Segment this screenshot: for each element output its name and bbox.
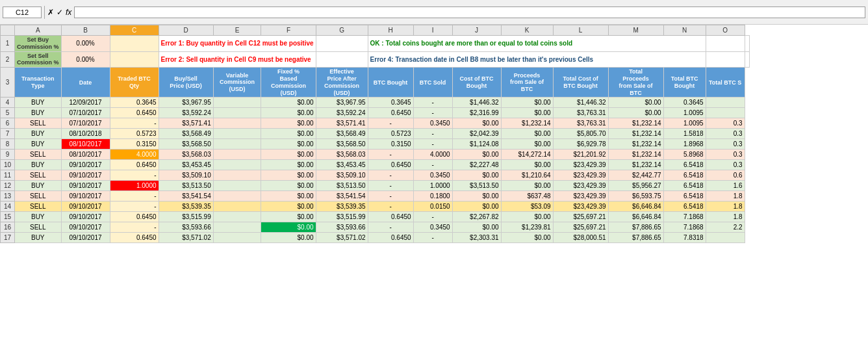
cell-15g[interactable]: $3,515.99 xyxy=(316,212,368,222)
cell-4n[interactable]: 0.3645 xyxy=(663,98,706,108)
cell-9i[interactable]: 4.0000 xyxy=(413,150,452,160)
cell-5b[interactable]: 07/10/2017 xyxy=(61,108,110,118)
cell-14k[interactable]: $53.09 xyxy=(501,202,553,212)
cell-11i[interactable]: 0.3450 xyxy=(413,170,452,181)
cell-6i[interactable]: 0.3450 xyxy=(413,118,452,129)
cell-12l[interactable]: $23,429.39 xyxy=(553,181,608,191)
cell-10n[interactable]: 6.5418 xyxy=(663,160,706,170)
cell-12h[interactable]: - xyxy=(368,181,413,191)
cell-5a[interactable]: BUY xyxy=(15,108,62,118)
cell-14e[interactable] xyxy=(213,202,261,212)
cell-9k[interactable]: $14,272.14 xyxy=(501,150,553,160)
cell-10l[interactable]: $23,429.39 xyxy=(553,160,608,170)
cell-7i[interactable]: - xyxy=(413,129,452,139)
cell-7b[interactable]: 08/10/2018 xyxy=(61,129,110,139)
cell-10o[interactable]: 0.3 xyxy=(706,160,745,170)
cell-7m[interactable]: $1,232.14 xyxy=(608,129,663,139)
cell-13n[interactable]: 6.5418 xyxy=(663,191,706,202)
cell-17g[interactable]: $3,571.02 xyxy=(316,233,368,243)
cell-11k[interactable]: $1,210.64 xyxy=(501,170,553,181)
cell-4a[interactable]: BUY xyxy=(15,98,62,108)
cell-14l[interactable]: $23,429.39 xyxy=(553,202,608,212)
cell-4j[interactable]: $1,446.32 xyxy=(452,98,501,108)
cell-13a[interactable]: SELL xyxy=(15,191,62,202)
cell-4d[interactable]: $3,967.95 xyxy=(159,98,213,108)
cell-17h[interactable]: 0.6450 xyxy=(368,233,413,243)
cell-16c[interactable]: - xyxy=(110,222,159,233)
cell-6g[interactable]: $3,571.41 xyxy=(316,118,368,129)
cell-4l[interactable]: $1,446.32 xyxy=(553,98,608,108)
cell-17j[interactable]: $2,303.31 xyxy=(452,233,501,243)
cell-5d[interactable]: $3,592.24 xyxy=(159,108,213,118)
cell-13h[interactable]: - xyxy=(368,191,413,202)
col-header-a[interactable]: A xyxy=(15,25,62,36)
cell-15j[interactable]: $2,267.82 xyxy=(452,212,501,222)
cell-17m[interactable]: $7,886.65 xyxy=(608,233,663,243)
cell-15d[interactable]: $3,515.99 xyxy=(159,212,213,222)
cell-5k[interactable]: $0.00 xyxy=(501,108,553,118)
cell-17k[interactable]: $0.00 xyxy=(501,233,553,243)
cell-5n[interactable]: 1.0095 xyxy=(663,108,706,118)
cell-12m[interactable]: $5,956.27 xyxy=(608,181,663,191)
cell-4o[interactable] xyxy=(706,98,745,108)
cell-5i[interactable]: - xyxy=(413,108,452,118)
cell-7h[interactable]: 0.5723 xyxy=(368,129,413,139)
cell-10c[interactable]: 0.6450 xyxy=(110,160,159,170)
cell-8h[interactable]: 0.3150 xyxy=(368,139,413,150)
cell-13m[interactable]: $6,593.75 xyxy=(608,191,663,202)
cell-8g[interactable]: $3,568.50 xyxy=(316,139,368,150)
cell-12a[interactable]: BUY xyxy=(15,181,62,191)
cell-7k[interactable]: $0.00 xyxy=(501,129,553,139)
cell-6n[interactable]: 1.0095 xyxy=(663,118,706,129)
cell-13c[interactable]: - xyxy=(110,191,159,202)
name-box[interactable] xyxy=(3,7,42,18)
cell-5l[interactable]: $3,763.31 xyxy=(553,108,608,118)
col-header-h[interactable]: H xyxy=(368,25,413,36)
cell-10m[interactable]: $1,232.14 xyxy=(608,160,663,170)
cell-15f[interactable]: $0.00 xyxy=(261,212,316,222)
cell-6a[interactable]: SELL xyxy=(15,118,62,129)
col-header-f[interactable]: F xyxy=(261,25,316,36)
col-header-d[interactable]: D xyxy=(159,25,213,36)
cell-17n[interactable]: 7.8318 xyxy=(663,233,706,243)
cell-7d[interactable]: $3,568.49 xyxy=(159,129,213,139)
cell-5c[interactable]: 0.6450 xyxy=(110,108,159,118)
cell-13g[interactable]: $3,541.54 xyxy=(316,191,368,202)
cell-8l[interactable]: $6,929.78 xyxy=(553,139,608,150)
cell-12b[interactable]: 09/10/2017 xyxy=(61,181,110,191)
cell-7j[interactable]: $2,042.39 xyxy=(452,129,501,139)
cell-12d[interactable]: $3,513.50 xyxy=(159,181,213,191)
cell-6h[interactable]: - xyxy=(368,118,413,129)
cell-14d[interactable]: $3,539.35 xyxy=(159,202,213,212)
cell-4i[interactable]: - xyxy=(413,98,452,108)
cell-11j[interactable]: $0.00 xyxy=(452,170,501,181)
cell-11h[interactable]: - xyxy=(368,170,413,181)
cell-9b[interactable]: 08/10/2017 xyxy=(61,150,110,160)
cell-9f[interactable]: $0.00 xyxy=(261,150,316,160)
cell-11b[interactable]: 09/10/2017 xyxy=(61,170,110,181)
cell-11e[interactable] xyxy=(213,170,261,181)
cell-7o[interactable]: 0.3 xyxy=(706,129,745,139)
cell-13j[interactable]: $0.00 xyxy=(452,191,501,202)
formula-input[interactable] xyxy=(74,7,865,18)
cell-9d[interactable]: $3,568.03 xyxy=(159,150,213,160)
cell-14g[interactable]: $3,539.35 xyxy=(316,202,368,212)
cell-17d[interactable]: $3,571.02 xyxy=(159,233,213,243)
cell-13f[interactable]: $0.00 xyxy=(261,191,316,202)
cell-12o[interactable]: 1.6 xyxy=(706,181,745,191)
col-header-e[interactable]: E xyxy=(213,25,261,36)
col-header-l[interactable]: L xyxy=(553,25,608,36)
col-header-m[interactable]: M xyxy=(608,25,663,36)
cell-11m[interactable]: $2,442.77 xyxy=(608,170,663,181)
cell-17e[interactable] xyxy=(213,233,261,243)
cell-11f[interactable]: $0.00 xyxy=(261,170,316,181)
cell-6d[interactable]: $3,571.41 xyxy=(159,118,213,129)
cell-16h[interactable]: - xyxy=(368,222,413,233)
cell-7g[interactable]: $3,568.49 xyxy=(316,129,368,139)
cell-11l[interactable]: $23,429.39 xyxy=(553,170,608,181)
cell-14i[interactable]: 0.0150 xyxy=(413,202,452,212)
cell-11a[interactable]: SELL xyxy=(15,170,62,181)
set-sell-commission-value[interactable]: 0.00% xyxy=(61,51,110,68)
cell-8j[interactable]: $1,124.08 xyxy=(452,139,501,150)
cell-8m[interactable]: $1,232.14 xyxy=(608,139,663,150)
